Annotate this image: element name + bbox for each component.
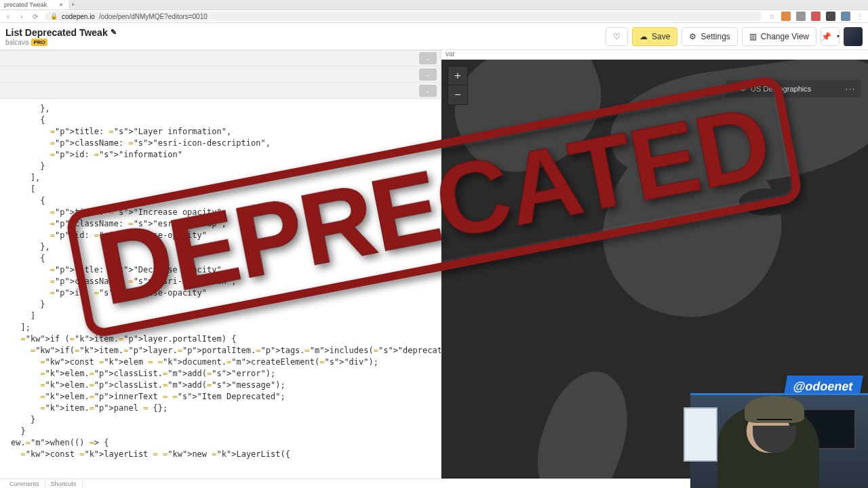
page-title: List Deprecated Tweak xyxy=(5,27,108,38)
change-view-label: Change View xyxy=(761,32,809,41)
codepen-header: List Deprecated Tweak ✎ balcava PRO ♡ ☁ … xyxy=(0,23,868,50)
love-button[interactable]: ♡ xyxy=(606,27,628,46)
chevron-down-icon: ▾ xyxy=(837,33,840,39)
zoom-in-button[interactable]: + xyxy=(448,66,467,85)
browser-tab[interactable]: precated Tweak × xyxy=(0,0,68,9)
settings-button[interactable]: ⚙ Settings xyxy=(682,27,737,46)
chevron-down-icon[interactable]: ⌄ xyxy=(419,85,437,97)
extension-icon[interactable] xyxy=(796,12,806,21)
landmass xyxy=(522,361,645,479)
chevron-down-icon[interactable]: ⌄ xyxy=(419,52,437,64)
address-input[interactable]: 🔒 codepen.io /odoe/pen/dNMyMQE?editors=0… xyxy=(45,12,762,21)
js-editor[interactable]: }, { ="p">title: ="s">"Layer information… xyxy=(0,99,441,479)
editor-column: ⌄ ⌄ ⌄ }, { ="p">title: ="s">"Layer infor… xyxy=(0,50,441,479)
presenter-glasses xyxy=(757,419,792,428)
heart-icon: ♡ xyxy=(613,32,620,41)
background-window xyxy=(684,407,717,462)
footer-tab-shortcuts[interactable]: Shortcuts xyxy=(45,481,83,487)
webcam-overlay: @odoenet xyxy=(690,369,868,488)
footer-tab-comments[interactable]: Comments xyxy=(4,481,45,487)
edit-icon[interactable]: ✎ xyxy=(111,28,117,37)
chevron-down-icon[interactable]: ⌄ xyxy=(419,68,437,81)
back-icon[interactable]: ‹ xyxy=(4,13,12,20)
landmass xyxy=(441,60,620,190)
new-tab-button[interactable]: + xyxy=(68,1,78,8)
save-label: Save xyxy=(652,32,670,41)
extension-icon[interactable] xyxy=(811,12,821,21)
change-view-button[interactable]: ▥ Change View xyxy=(742,27,816,46)
browser-urlbar: ‹ › ⟳ 🔒 codepen.io /odoe/pen/dNMyMQE?edi… xyxy=(0,9,868,23)
menu-icon[interactable]: ⋮ xyxy=(856,13,864,20)
html-panel-collapsed[interactable]: ⌄ xyxy=(0,50,441,66)
preview-header: var xyxy=(441,50,868,60)
pin-icon: 📌 xyxy=(821,32,831,41)
cloud-icon: ☁ xyxy=(639,32,648,41)
author-link[interactable]: balcava xyxy=(5,39,28,46)
favorite-icon[interactable]: ☆ xyxy=(768,13,776,20)
forward-icon[interactable]: › xyxy=(18,13,26,20)
extension-icon[interactable] xyxy=(826,12,835,21)
webcam-scene xyxy=(690,393,868,488)
js-panel-header[interactable]: ⌄ xyxy=(0,83,441,99)
tab-title: precated Tweak xyxy=(4,1,47,8)
zoom-control: + − xyxy=(448,66,467,104)
pro-badge: PRO xyxy=(31,39,47,46)
layer-list-item[interactable]: ▸ 👁 US Demographics ··· xyxy=(726,80,861,98)
lake xyxy=(739,188,793,216)
chevron-right-icon: ▸ xyxy=(731,85,735,94)
visibility-icon[interactable]: 👁 xyxy=(739,85,747,93)
gear-icon: ⚙ xyxy=(689,32,696,41)
close-icon[interactable]: × xyxy=(59,1,62,8)
lock-icon: 🔒 xyxy=(50,13,58,20)
save-button[interactable]: ☁ Save xyxy=(632,27,677,46)
extension-icon[interactable] xyxy=(781,12,791,21)
avatar[interactable] xyxy=(844,27,863,46)
settings-label: Settings xyxy=(701,32,730,41)
layer-name: US Demographics xyxy=(751,85,811,93)
extension-icon[interactable] xyxy=(841,12,850,21)
url-path: /odoe/pen/dNMyMQE?editors=0010 xyxy=(99,13,208,20)
pin-button[interactable]: 📌 ▾ xyxy=(821,27,840,46)
reload-icon[interactable]: ⟳ xyxy=(31,13,39,20)
layout-icon: ▥ xyxy=(749,32,757,41)
more-icon[interactable]: ··· xyxy=(846,85,856,93)
css-panel-collapsed[interactable]: ⌄ xyxy=(0,66,441,83)
url-host: codepen.io xyxy=(62,13,95,20)
browser-tabbar: precated Tweak × + xyxy=(0,0,868,9)
zoom-out-button[interactable]: − xyxy=(448,85,467,104)
